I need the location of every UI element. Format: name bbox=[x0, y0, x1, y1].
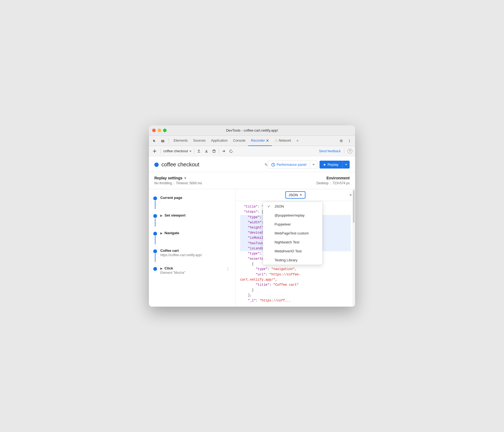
step-subtitle: Element "Mocha" bbox=[160, 271, 221, 275]
more-options-icon[interactable]: ⋮ bbox=[225, 266, 231, 271]
add-recording-button[interactable] bbox=[152, 148, 158, 154]
code-line: "title": "Coffee cart" bbox=[240, 282, 351, 288]
svg-rect-11 bbox=[213, 150, 215, 153]
close-panel-button[interactable]: × bbox=[349, 193, 352, 198]
tab-network[interactable]: ⚠ Network bbox=[272, 136, 294, 146]
step-connector bbox=[155, 254, 155, 262]
more-vert-icon[interactable] bbox=[346, 137, 353, 144]
environment-section: Environment Desktop | 723×574 px bbox=[317, 176, 350, 185]
step-content-coffee-cart: Coffee cart https://coffee-cart.netlify.… bbox=[160, 249, 231, 257]
title-bar: DevTools - coffee-cart.netlify.app/ bbox=[149, 125, 355, 136]
step-line-set-viewport bbox=[153, 213, 157, 227]
recorder-toolbar: coffee checkout bbox=[149, 146, 355, 156]
code-line: "_l": "https://coff... bbox=[240, 298, 351, 303]
tab-elements[interactable]: Elements bbox=[171, 136, 190, 146]
expand-icon[interactable]: ▶ bbox=[160, 214, 162, 217]
rec-sep-3 bbox=[219, 148, 219, 154]
step-connector bbox=[155, 218, 155, 227]
layers-icon[interactable] bbox=[159, 137, 166, 144]
devtools-window: DevTools - coffee-cart.netlify.app/ Elem… bbox=[149, 125, 355, 307]
dropdown-item-puppeteer-replay[interactable]: @puppeteer/replay bbox=[263, 211, 322, 220]
json-format-selector[interactable]: JSON bbox=[285, 191, 306, 199]
step-into-icon[interactable] bbox=[220, 148, 227, 155]
help-icon[interactable]: ? bbox=[347, 149, 352, 154]
main-content: Current page ▶ Set viewport bbox=[149, 189, 355, 307]
devtools-tabs: Elements Sources Application Console Rec… bbox=[171, 136, 337, 146]
dropdown-item-webpagetest[interactable]: WebPageTest custom bbox=[263, 229, 322, 238]
svg-point-6 bbox=[349, 139, 350, 140]
svg-rect-2 bbox=[161, 142, 164, 142]
step-line-coffee-cart bbox=[153, 249, 157, 262]
devtools-tabbar: Elements Sources Application Console Rec… bbox=[149, 136, 355, 146]
dropdown-item-puppeteer[interactable]: Puppeteer bbox=[263, 220, 322, 229]
replay-button[interactable]: Replay bbox=[320, 161, 350, 169]
step-title: ▶ Navigate bbox=[160, 231, 231, 235]
step-dot bbox=[153, 196, 157, 200]
expand-icon[interactable]: ▶ bbox=[160, 232, 162, 235]
json-selector-bar: JSON × ✓ JSON @puppeteer/replay bbox=[236, 189, 355, 201]
settings-icon[interactable] bbox=[338, 137, 345, 144]
tab-application[interactable]: Application bbox=[208, 136, 230, 146]
minimize-traffic-light[interactable] bbox=[158, 129, 161, 132]
format-dropdown-menu: ✓ JSON @puppeteer/replay Puppeteer WebPa… bbox=[263, 202, 323, 265]
step-content-set-viewport: ▶ Set viewport bbox=[160, 213, 231, 217]
replay-dropdown-arrow[interactable] bbox=[343, 161, 350, 169]
list-item[interactable]: ▶ Navigate bbox=[149, 229, 235, 246]
list-item[interactable]: ▶ Set viewport bbox=[149, 211, 235, 229]
replay-small-icon[interactable] bbox=[228, 148, 235, 155]
perf-panel-main[interactable]: Performance panel bbox=[268, 161, 310, 168]
svg-point-7 bbox=[349, 141, 350, 141]
recording-selector[interactable]: coffee checkout bbox=[163, 149, 192, 153]
code-line: "type": "navigation", bbox=[240, 267, 351, 272]
tab-recorder[interactable]: Recorder bbox=[248, 136, 272, 146]
close-traffic-light[interactable] bbox=[152, 129, 156, 132]
env-detail: Desktop | 723×574 px bbox=[317, 181, 350, 185]
code-line: cart.netlify.app/", bbox=[240, 277, 351, 282]
step-line-click bbox=[153, 266, 157, 271]
recorder-toolbar-icons bbox=[193, 148, 235, 155]
performance-panel-button[interactable]: Performance panel bbox=[268, 161, 317, 169]
cursor-icon[interactable] bbox=[151, 137, 158, 144]
json-panel: JSON × ✓ JSON @puppeteer/replay bbox=[236, 189, 355, 307]
dropdown-item-testing-library[interactable]: Testing Library bbox=[263, 256, 322, 265]
step-title: ▶ Click bbox=[160, 266, 221, 270]
header-actions: Performance panel Replay bbox=[268, 161, 350, 169]
upload-icon[interactable] bbox=[195, 148, 202, 155]
replay-main[interactable]: Replay bbox=[320, 161, 343, 169]
step-dot bbox=[153, 267, 157, 271]
steps-panel: Current page ▶ Set viewport bbox=[149, 189, 236, 307]
list-item: Current page bbox=[149, 193, 235, 211]
maximize-traffic-light[interactable] bbox=[163, 129, 167, 132]
recording-name: coffee checkout bbox=[163, 149, 188, 153]
dropdown-item-nightwatch[interactable]: Nightwatch Test bbox=[263, 238, 322, 247]
list-item[interactable]: ▶ Click Element "Mocha" ⋮ bbox=[149, 264, 235, 277]
recording-title: coffee checkout bbox=[161, 161, 262, 168]
tab-console[interactable]: Console bbox=[230, 136, 248, 146]
tab-sources[interactable]: Sources bbox=[190, 136, 208, 146]
download-icon[interactable] bbox=[203, 148, 210, 155]
tab-more[interactable]: » bbox=[294, 136, 301, 146]
step-content-click: ▶ Click Element "Mocha" bbox=[160, 266, 221, 275]
step-content-current-page: Current page bbox=[160, 196, 231, 200]
code-line: ], bbox=[240, 293, 351, 298]
rec-sep-2 bbox=[194, 148, 194, 154]
replay-settings-section: Replay settings No throttling | Timeout:… bbox=[154, 176, 202, 185]
edit-title-icon[interactable]: ✎ bbox=[264, 163, 268, 167]
toolbar-sep-1 bbox=[168, 138, 169, 144]
dropdown-item-json[interactable]: ✓ JSON bbox=[263, 202, 322, 211]
dropdown-item-webdriverio[interactable]: WebdriverIO Test bbox=[263, 247, 322, 256]
delete-icon[interactable] bbox=[210, 148, 218, 155]
settings-area: Replay settings No throttling | Timeout:… bbox=[149, 172, 355, 189]
expand-icon[interactable]: ▶ bbox=[160, 267, 162, 270]
code-line: } bbox=[240, 288, 351, 293]
step-content-navigate: ▶ Navigate bbox=[160, 231, 231, 235]
traffic-lights bbox=[152, 129, 167, 132]
step-title: Coffee cart bbox=[160, 249, 231, 253]
perf-panel-dropdown-arrow[interactable] bbox=[310, 161, 317, 168]
scrollbar[interactable] bbox=[352, 189, 355, 307]
step-subtitle: https://coffee-cart.netlify.app/ bbox=[160, 253, 231, 257]
send-feedback-link[interactable]: Send feedback bbox=[319, 149, 341, 153]
scrollbar-thumb[interactable] bbox=[353, 190, 355, 223]
replay-settings-title[interactable]: Replay settings bbox=[154, 176, 202, 180]
check-icon: ✓ bbox=[267, 204, 272, 208]
